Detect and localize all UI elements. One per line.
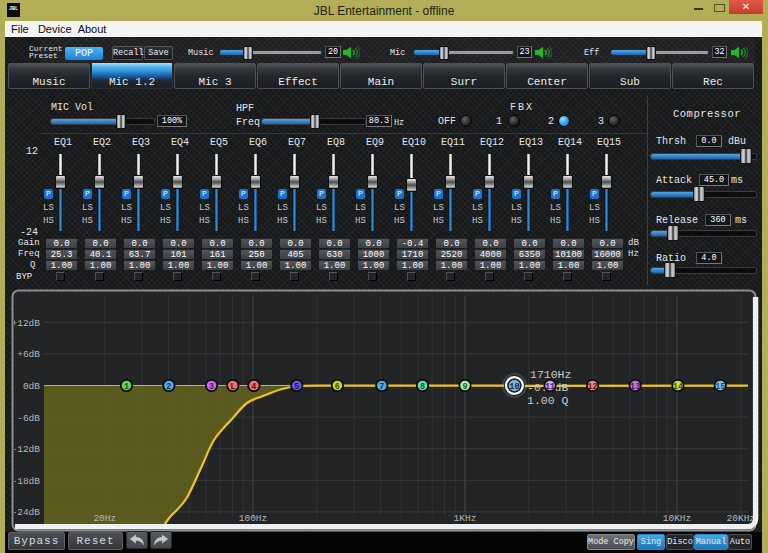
svg-text:1: 1 (124, 382, 129, 392)
svg-text:2: 2 (166, 382, 171, 392)
svg-text:5: 5 (294, 382, 299, 392)
svg-text:20Hz: 20Hz (93, 513, 116, 524)
svg-text:1.00 Q: 1.00 Q (527, 394, 569, 407)
svg-text:11: 11 (545, 382, 555, 392)
svg-text:-6dB: -6dB (17, 413, 40, 424)
svg-text:20KHz: 20KHz (727, 513, 756, 524)
svg-text:100Hz: 100Hz (239, 513, 268, 524)
svg-text:4: 4 (251, 382, 256, 392)
svg-text:9: 9 (462, 382, 467, 392)
svg-text:8: 8 (420, 382, 425, 392)
svg-text:7: 7 (379, 382, 384, 392)
svg-text:15: 15 (715, 382, 725, 392)
svg-text:-12dB: -12dB (11, 444, 40, 455)
svg-text:10KHz: 10KHz (663, 513, 692, 524)
svg-text:14: 14 (673, 382, 683, 392)
svg-text:-24dB: -24dB (11, 507, 40, 518)
svg-text:0dB: 0dB (23, 381, 40, 392)
svg-text:1KHz: 1KHz (454, 513, 477, 524)
svg-text:+6dB: +6dB (17, 349, 40, 360)
svg-text:13: 13 (630, 382, 640, 392)
svg-text:+12dB: +12dB (11, 318, 40, 329)
svg-text:L: L (230, 382, 235, 392)
svg-text:6: 6 (335, 382, 340, 392)
svg-text:10: 10 (509, 382, 519, 392)
svg-text:3: 3 (209, 382, 214, 392)
svg-text:-18dB: -18dB (11, 476, 40, 487)
svg-text:12: 12 (587, 382, 597, 392)
